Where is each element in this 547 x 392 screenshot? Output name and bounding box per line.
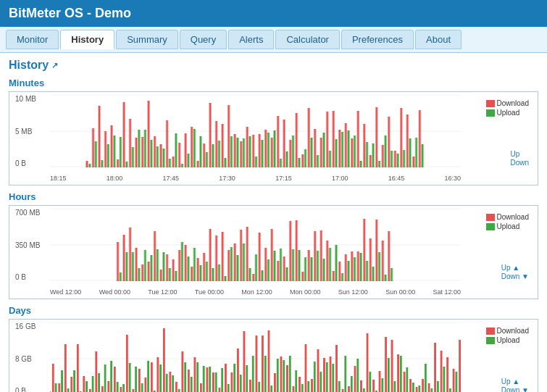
external-link-icon: ↗ [51,61,58,70]
hours-y-axis: 700 MB 350 MB 0 B [15,209,40,281]
tab-query[interactable]: Query [180,30,227,49]
download-legend-color [486,100,495,107]
days-bars [50,322,461,392]
main-content: History ↗ Minutes 10 MB 5 MB 0 B 18:15 1… [0,53,547,392]
minutes-chart-container: 10 MB 5 MB 0 B 18:15 18:00 17:45 17:30 1… [9,91,538,185]
days-section: Days 16 GB 8 GB 0 B 4 Jul 27 Jun 20 Jun … [9,305,538,392]
hours-x-axis: Wed 12:00 Wed 00:00 Tue 12:00 Tue 00:00 … [50,288,461,296]
days-chart-container: 16 GB 8 GB 0 B 4 Jul 27 Jun 20 Jun 13 Ju… [9,319,538,392]
days-updown[interactable]: Up ▲ Down ▼ [501,378,529,392]
tab-monitor[interactable]: Monitor [6,30,59,49]
minutes-bars [50,95,461,167]
download-legend-label: Download [497,99,529,107]
tab-history[interactable]: History [60,30,114,49]
minutes-x-axis: 18:15 18:00 17:45 17:30 17:15 17:00 16:4… [50,175,461,182]
tab-calculator[interactable]: Calculator [275,30,340,49]
navigation: MonitorHistorySummaryQueryAlertsCalculat… [0,27,547,53]
hours-updown[interactable]: Up ▲ Down ▼ [501,264,529,281]
days-legend: Download Upload [486,327,529,344]
hours-chart-container: 700 MB 350 MB 0 B Wed 12:00 Wed 00:00 Tu… [9,205,538,299]
tab-about[interactable]: About [415,30,462,49]
minutes-updown[interactable]: Up Down [510,150,529,167]
hours-title: Hours [9,191,538,202]
hours-bars [50,209,461,281]
app-title: BitMeter OS - Demo [9,6,538,21]
hours-section: Hours 700 MB 350 MB 0 B Wed 12:00 Wed 00… [9,191,538,299]
upload-legend-color [486,109,495,117]
app-header: BitMeter OS - Demo [0,0,547,27]
minutes-legend: Download Upload [486,99,529,117]
upload-legend-label: Upload [497,109,520,117]
tab-alerts[interactable]: Alerts [228,30,274,49]
days-title: Days [9,305,538,316]
minutes-section: Minutes 10 MB 5 MB 0 B 18:15 18:00 17:45… [9,78,538,185]
minutes-title: Minutes [9,78,538,88]
tab-preferences[interactable]: Preferences [341,30,414,49]
days-y-axis: 16 GB 8 GB 0 B [15,322,36,392]
minutes-y-axis: 10 MB 5 MB 0 B [15,95,36,167]
page-title: History ↗ [9,59,538,72]
hours-legend: Download Upload [486,213,529,230]
tab-summary[interactable]: Summary [116,30,178,49]
